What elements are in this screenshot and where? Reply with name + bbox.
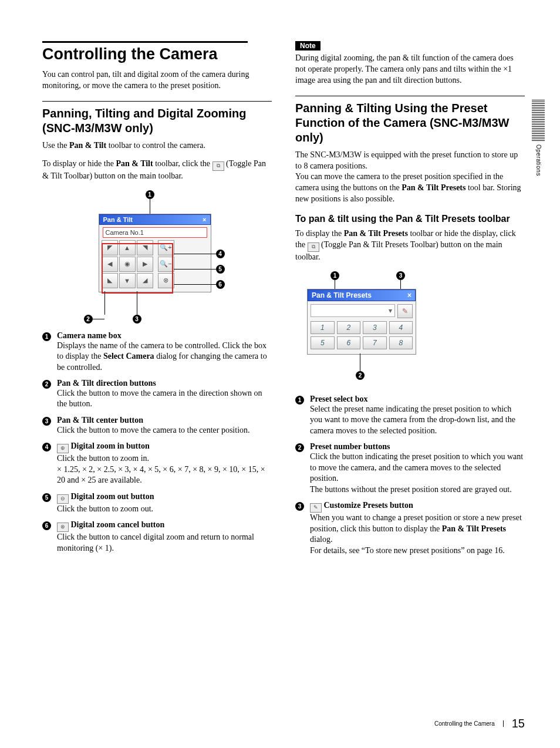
- toggle-presets-toolbar-icon: ⧉: [308, 242, 319, 252]
- preset-number-button[interactable]: 1: [311, 321, 335, 334]
- callout-1: 1: [330, 271, 339, 280]
- callout-4: 4: [216, 250, 225, 258]
- preset-number-button[interactable]: 2: [337, 321, 361, 334]
- preset-number-button[interactable]: 4: [389, 321, 413, 334]
- callout-number: 1: [295, 396, 304, 405]
- page-number: 15: [512, 717, 525, 730]
- callout-icon: ✎: [310, 503, 322, 513]
- callout-number: 5: [42, 493, 51, 502]
- callout-number: 3: [295, 502, 304, 511]
- page-footer: Controlling the Camera 15: [434, 717, 525, 730]
- callout-item: 6⊗ Digital zoom cancel buttonClick the b…: [42, 520, 272, 554]
- callout-title: Pan & Tilt direction buttons: [57, 379, 156, 388]
- callout-item: 5⊖ Digital zoom out buttonClick the butt…: [42, 492, 272, 514]
- callout-6: 6: [216, 280, 225, 289]
- close-icon[interactable]: ×: [203, 216, 206, 223]
- preset-select-box[interactable]: ▾: [311, 304, 395, 317]
- callout-item: 3✎ Customize Presets buttonWhen you want…: [295, 501, 525, 556]
- callout-title: Digital zoom in button: [71, 442, 150, 450]
- callout-item: 4⊕ Digital zoom in buttonClick the butto…: [42, 442, 272, 486]
- callout-desc: Select the preset name indicating the pr…: [310, 404, 525, 436]
- callout-desc: Click the button to zoom in.× 1.25, × 2,…: [57, 453, 272, 486]
- pantilt-toolbar-diagram: 1 Pan & Tilt × Camera No.1 ◤ ▲ ◥ 🔍+: [81, 190, 234, 325]
- rule: [42, 101, 272, 102]
- body-text: To display the Pan & Tilt Presets toolba…: [295, 228, 525, 263]
- toolbar-titlebar: Pan & Tilt Presets ×: [308, 289, 416, 301]
- callout-desc: When you want to change a preset positio…: [310, 513, 525, 556]
- preset-number-button[interactable]: 8: [389, 336, 413, 349]
- callout-item: 1Camera name boxDisplays the name of the…: [42, 331, 272, 373]
- toolbar-titlebar: Pan & Tilt ×: [99, 214, 211, 225]
- callout-title: Preset select box: [310, 395, 367, 403]
- rule: [42, 41, 248, 43]
- callout-2: 2: [356, 371, 365, 380]
- highlight-direction-grid: [102, 243, 173, 294]
- customize-presets-button[interactable]: ✎: [397, 304, 413, 318]
- intro-text: You can control pan, tilt and digital zo…: [42, 69, 272, 92]
- callout-title: Digital zoom cancel button: [71, 520, 165, 529]
- body-text: Use the Pan & Tilt toolbar to control th…: [42, 140, 272, 151]
- callout-number: 4: [42, 443, 51, 452]
- callout-desc: Displays the name of the camera to be co…: [57, 341, 272, 373]
- toolbar-title: Pan & Tilt Presets: [312, 291, 372, 299]
- callout-title: Pan & Tilt center button: [57, 416, 143, 424]
- callout-desc: Click the button to cancel digital zoom …: [57, 532, 272, 554]
- close-icon[interactable]: ×: [407, 291, 411, 299]
- callout-icon: ⊖: [57, 494, 69, 504]
- callout-desc: Click the button to move the camera in t…: [57, 388, 272, 410]
- body-text: The SNC-M3/M3W is equipped with the pres…: [295, 150, 525, 205]
- presets-toolbar: Pan & Tilt Presets × ▾ ✎ 12345678: [307, 289, 416, 355]
- tab-decor-bars: [532, 100, 545, 141]
- callout-item: 3Pan & Tilt center buttonClick the butto…: [42, 416, 272, 436]
- callout-icon: ⊗: [57, 523, 69, 532]
- left-column: Controlling the Camera You can control p…: [42, 41, 272, 558]
- toolbar-title: Pan & Tilt: [103, 216, 133, 223]
- subheading-pantilt-zoom: Panning, Tilting and Digital Zooming (SN…: [42, 106, 272, 136]
- toggle-pantilt-toolbar-icon: ⧉: [212, 161, 224, 171]
- callout-number: 2: [42, 380, 51, 389]
- callout-title: Customize Presets button: [324, 501, 413, 510]
- callout-2: 2: [84, 315, 93, 324]
- callout-desc: Click the button to zoom out.: [57, 504, 272, 514]
- camera-name-box[interactable]: Camera No.1: [103, 227, 207, 238]
- callout-title: Camera name box: [57, 331, 122, 340]
- callout-title: Preset number buttons: [310, 442, 390, 451]
- callout-item: 2Preset number buttonsClick the button i…: [295, 442, 525, 495]
- note-text: During digital zooming, the pan & tilt f…: [295, 53, 525, 86]
- callout-number: 2: [295, 443, 304, 452]
- callout-number: 6: [42, 521, 51, 530]
- callout-5: 5: [216, 265, 225, 274]
- note-label: Note: [295, 41, 321, 50]
- subheading-preset: Panning & Tilting Using the Preset Funct…: [295, 101, 525, 145]
- callout-desc: Click the button indicating the preset p…: [310, 452, 525, 495]
- callout-title: Digital zoom out button: [71, 492, 154, 501]
- callout-number: 1: [42, 332, 51, 341]
- footer-title: Controlling the Camera: [434, 720, 504, 727]
- callout-desc: Click the button to move the camera to t…: [57, 425, 272, 436]
- callout-3: 3: [396, 271, 405, 280]
- section-tab: Operations: [532, 100, 545, 205]
- callout-item: 1Preset select boxSelect the preset name…: [295, 395, 525, 436]
- page-title: Controlling the Camera: [42, 45, 272, 63]
- preset-number-button[interactable]: 3: [363, 321, 387, 334]
- preset-number-button[interactable]: 5: [311, 336, 335, 349]
- callout-item: 2Pan & Tilt direction buttonsClick the b…: [42, 379, 272, 410]
- callout-3: 3: [133, 315, 141, 324]
- callout-icon: ⊕: [57, 444, 69, 453]
- callout-1: 1: [146, 190, 154, 199]
- right-column: Note During digital zooming, the pan & t…: [295, 41, 525, 558]
- callout-number: 3: [42, 417, 51, 426]
- rule: [295, 96, 525, 96]
- preset-number-button[interactable]: 7: [363, 336, 387, 349]
- body-text: To display or hide the Pan & Tilt toolba…: [42, 159, 272, 182]
- section-tab-label: Operations: [535, 144, 542, 176]
- preset-number-button[interactable]: 6: [337, 336, 361, 349]
- presets-toolbar-diagram: 1 3 Pan & Tilt Presets × ▾ ✎ 12345678: [301, 271, 430, 389]
- subheading-preset-toolbar: To pan & tilt using the Pan & Tilt Prese…: [295, 213, 525, 225]
